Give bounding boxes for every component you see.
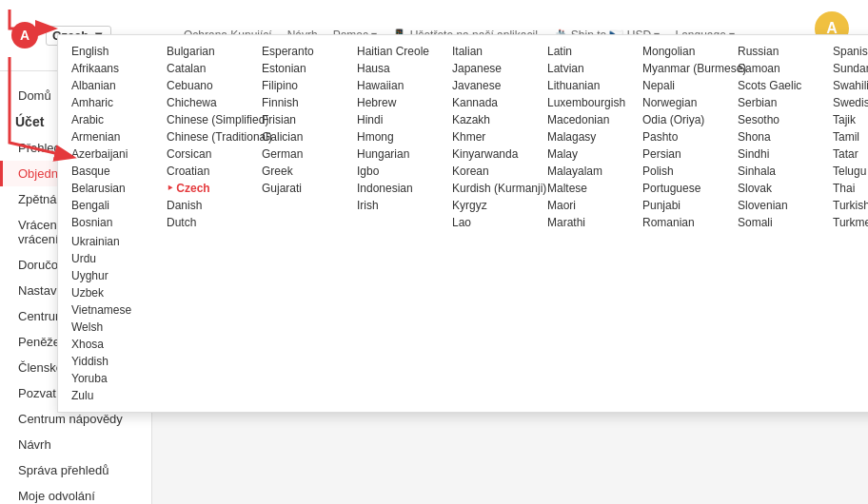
lang-italian[interactable]: Italian <box>446 43 542 60</box>
lang-galician[interactable]: Galician <box>256 128 351 145</box>
lang-chichewa[interactable]: Chichewa <box>161 94 256 111</box>
lang-malay[interactable]: Malay <box>542 145 637 163</box>
lang-somali[interactable]: Somali <box>732 214 827 231</box>
lang-tajik[interactable]: Tajik <box>827 111 868 128</box>
lang-latvian[interactable]: Latvian <box>542 60 637 77</box>
lang-chinese-traditional[interactable]: Chinese (Traditional) <box>161 128 256 145</box>
lang-albanian[interactable]: Albanian <box>66 77 161 94</box>
lang-samoan[interactable]: Samoan <box>732 60 827 77</box>
lang-uyghur[interactable]: Uyghur <box>66 267 161 284</box>
lang-sundanese[interactable]: Sundanese <box>827 60 868 77</box>
lang-finnish[interactable]: Finnish <box>256 94 351 111</box>
lang-kyrgyz[interactable]: Kyrgyz <box>446 197 542 214</box>
sidebar-navrh[interactable]: Návrh <box>0 432 151 457</box>
lang-nepali[interactable]: Nepali <box>637 77 732 94</box>
lang-hawaiian[interactable]: Hawaiian <box>351 77 446 94</box>
lang-arabic[interactable]: Arabic <box>66 111 161 128</box>
lang-romanian[interactable]: Romanian <box>637 214 732 231</box>
lang-malayalam[interactable]: Malayalam <box>542 163 637 180</box>
lang-haitian-creole[interactable]: Haitian Creole <box>351 43 446 60</box>
lang-czech[interactable]: ‣ Czech <box>161 180 256 197</box>
lang-javanese[interactable]: Javanese <box>446 77 542 94</box>
lang-zulu[interactable]: Zulu <box>66 387 161 404</box>
lang-basque[interactable]: Basque <box>66 163 161 180</box>
lang-marathi[interactable]: Marathi <box>542 214 637 231</box>
lang-scots-gaelic[interactable]: Scots Gaelic <box>732 77 827 94</box>
lang-yiddish[interactable]: Yiddish <box>66 353 161 370</box>
lang-afrikaans[interactable]: Afrikaans <box>66 60 161 77</box>
lang-japanese[interactable]: Japanese <box>446 60 542 77</box>
lang-greek[interactable]: Greek <box>256 163 351 180</box>
lang-german[interactable]: German <box>256 145 351 163</box>
lang-igbo[interactable]: Igbo <box>351 163 446 180</box>
lang-frisian[interactable]: Frisian <box>256 111 351 128</box>
lang-danish[interactable]: Danish <box>161 197 256 214</box>
lang-polish[interactable]: Polish <box>637 163 732 180</box>
lang-kurdish[interactable]: Kurdish (Kurmanji) <box>446 180 542 197</box>
lang-azerbaijani[interactable]: Azerbaijani <box>66 145 161 163</box>
lang-serbian[interactable]: Serbian <box>732 94 827 111</box>
lang-yoruba[interactable]: Yoruba <box>66 370 161 387</box>
lang-korean[interactable]: Korean <box>446 163 542 180</box>
lang-uzbek[interactable]: Uzbek <box>66 284 161 301</box>
lang-hebrew[interactable]: Hebrew <box>351 94 446 111</box>
lang-macedonian[interactable]: Macedonian <box>542 111 637 128</box>
lang-lao[interactable]: Lao <box>446 214 542 231</box>
lang-spanish[interactable]: Spanish <box>827 43 868 60</box>
lang-corsican[interactable]: Corsican <box>161 145 256 163</box>
lang-catalan[interactable]: Catalan <box>161 60 256 77</box>
lang-persian[interactable]: Persian <box>637 145 732 163</box>
lang-english[interactable]: English <box>66 43 161 60</box>
lang-russian[interactable]: Russian <box>732 43 827 60</box>
lang-hungarian[interactable]: Hungarian <box>351 145 446 163</box>
lang-welsh[interactable]: Welsh <box>66 319 161 336</box>
sidebar-odvolani[interactable]: Moje odvolání <box>0 483 151 504</box>
lang-thai[interactable]: Thai <box>827 180 868 197</box>
lang-hausa[interactable]: Hausa <box>351 60 446 77</box>
lang-norwegian[interactable]: Norwegian <box>637 94 732 111</box>
lang-tamil[interactable]: Tamil <box>827 128 868 145</box>
lang-kinyarwanda[interactable]: Kinyarwanda <box>446 145 542 163</box>
lang-portuguese[interactable]: Portuguese <box>637 180 732 197</box>
lang-croatian[interactable]: Croatian <box>161 163 256 180</box>
lang-pashto[interactable]: Pashto <box>637 128 732 145</box>
lang-luxembourgish[interactable]: Luxembourgish <box>542 94 637 111</box>
lang-swahili[interactable]: Swahili <box>827 77 868 94</box>
lang-shona[interactable]: Shona <box>732 128 827 145</box>
lang-myanmar[interactable]: Myanmar (Burmese) <box>637 60 732 77</box>
lang-armenian[interactable]: Armenian <box>66 128 161 145</box>
lang-belarusian[interactable]: Belarusian <box>66 180 161 197</box>
lang-ukrainian[interactable]: Ukrainian <box>66 233 161 250</box>
lang-bengali[interactable]: Bengali <box>66 197 161 214</box>
lang-khmer[interactable]: Khmer <box>446 128 542 145</box>
lang-malagasy[interactable]: Malagasy <box>542 128 637 145</box>
lang-latin[interactable]: Latin <box>542 43 637 60</box>
sidebar-sprava[interactable]: Správa přehledů <box>0 457 151 483</box>
lang-telugu[interactable]: Telugu <box>827 163 868 180</box>
lang-gujarati[interactable]: Gujarati <box>256 180 351 197</box>
lang-bosnian[interactable]: Bosnian <box>66 214 161 231</box>
lang-chinese-simplified[interactable]: Chinese (Simplified) <box>161 111 256 128</box>
lang-sesotho[interactable]: Sesotho <box>732 111 827 128</box>
lang-bulgarian[interactable]: Bulgarian <box>161 43 256 60</box>
lang-sindhi[interactable]: Sindhi <box>732 145 827 163</box>
lang-punjabi[interactable]: Punjabi <box>637 197 732 214</box>
lang-urdu[interactable]: Urdu <box>66 250 161 267</box>
lang-irish[interactable]: Irish <box>351 197 446 214</box>
lang-indonesian[interactable]: Indonesian <box>351 180 446 197</box>
lang-turkish[interactable]: Turkish <box>827 197 868 214</box>
lang-vietnamese[interactable]: Vietnamese <box>66 301 161 319</box>
lang-odia[interactable]: Odia (Oriya) <box>637 111 732 128</box>
lang-xhosa[interactable]: Xhosa <box>66 336 161 353</box>
lang-maltese[interactable]: Maltese <box>542 180 637 197</box>
lang-amharic[interactable]: Amharic <box>66 94 161 111</box>
lang-kannada[interactable]: Kannada <box>446 94 542 111</box>
lang-swedish[interactable]: Swedish <box>827 94 868 111</box>
lang-cebuano[interactable]: Cebuano <box>161 77 256 94</box>
lang-slovenian[interactable]: Slovenian <box>732 197 827 214</box>
lang-tatar[interactable]: Tatar <box>827 145 868 163</box>
lang-maori[interactable]: Maori <box>542 197 637 214</box>
lang-slovak[interactable]: Slovak <box>732 180 827 197</box>
lang-mongolian[interactable]: Mongolian <box>637 43 732 60</box>
lang-estonian[interactable]: Estonian <box>256 60 351 77</box>
